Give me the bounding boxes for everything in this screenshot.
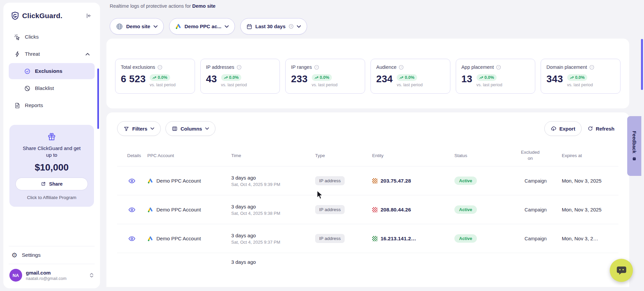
table-header-row: Details PPC Account Time Type Entity Sta… bbox=[117, 136, 618, 166]
help-icon[interactable]: ? bbox=[157, 65, 162, 70]
refresh-button[interactable]: Refresh bbox=[584, 121, 618, 136]
table-toolbar: Filters Columns Expo bbox=[117, 121, 618, 136]
main-content: Realtime logs of protective actions for … bbox=[106, 0, 629, 287]
time-relative: 3 days ago bbox=[231, 259, 312, 265]
export-button[interactable]: Export bbox=[544, 121, 582, 136]
entity-value: 208.80.44.26 bbox=[381, 207, 411, 213]
chevron-up-icon bbox=[85, 53, 90, 56]
sidebar-item-settings[interactable]: ⚙ Settings bbox=[9, 246, 95, 264]
sidebar-item-exclusions[interactable]: Exclusions bbox=[9, 63, 95, 79]
table-row: 3 days ago bbox=[117, 253, 618, 282]
affiliate-link[interactable]: Click to Affiliate Program bbox=[15, 195, 88, 200]
share-icon bbox=[41, 181, 46, 187]
stat-card-domain-placement: Domain placement? 343 0.0% vs. last peri… bbox=[541, 59, 621, 94]
help-icon[interactable]: ? bbox=[589, 65, 594, 70]
stat-label: Audience bbox=[376, 64, 396, 70]
date-range-selector[interactable]: Last 30 days ? bbox=[240, 18, 307, 35]
row-details-button[interactable] bbox=[127, 206, 137, 213]
user-name: gmail.com bbox=[26, 270, 66, 276]
exclusions-icon bbox=[24, 68, 31, 75]
sidebar-scrollbar[interactable] bbox=[97, 68, 99, 129]
ppc-account-name: Demo PPC Account bbox=[156, 178, 201, 184]
col-header-ppc-account: PPC Account bbox=[147, 153, 231, 158]
columns-button[interactable]: Columns bbox=[165, 121, 215, 136]
chevron-updown-icon bbox=[89, 272, 94, 278]
stat-value: 43 bbox=[206, 74, 217, 84]
date-range-label: Last 30 days bbox=[255, 23, 286, 29]
excluded-on-value: Campaign bbox=[518, 178, 562, 184]
exclusions-table-panel: Filters Columns Expo bbox=[106, 112, 629, 287]
chevron-down-icon bbox=[205, 127, 209, 130]
stat-caption: vs. last period bbox=[567, 83, 593, 87]
collapse-sidebar-icon[interactable] bbox=[85, 12, 93, 20]
scrollbar-thumb[interactable] bbox=[641, 39, 643, 90]
share-button[interactable]: Share bbox=[15, 178, 88, 190]
help-icon[interactable]: ? bbox=[496, 65, 501, 70]
funnel-icon bbox=[123, 126, 129, 132]
stat-delta-badge: 0.0% bbox=[477, 74, 497, 81]
google-ads-icon bbox=[147, 207, 153, 213]
stat-delta-badge: 0.0% bbox=[150, 74, 170, 81]
time-absolute: Sat, Oct 4, 2025 9:38 PM bbox=[231, 211, 312, 216]
filters-button[interactable]: Filters bbox=[117, 121, 161, 136]
stat-value: 233 bbox=[291, 74, 307, 84]
promo-headline: Share ClickGuard and get up to bbox=[21, 145, 82, 159]
entity-value: 203.75.47.28 bbox=[381, 178, 411, 184]
eye-icon bbox=[129, 179, 135, 183]
expires-at-value: Mon, Nov 3, 2… bbox=[562, 236, 618, 241]
time-absolute: Sat, Oct 4, 2025 9:37 PM bbox=[231, 240, 312, 245]
row-details-button[interactable] bbox=[127, 177, 137, 185]
eye-icon bbox=[129, 207, 135, 212]
stat-label: Total exclusions bbox=[121, 64, 155, 70]
row-details-button[interactable] bbox=[127, 235, 137, 242]
stat-caption: vs. last period bbox=[477, 83, 502, 87]
sidebar-item-label: Exclusions bbox=[35, 68, 62, 74]
sidebar-item-reports[interactable]: Reports bbox=[9, 97, 95, 113]
stat-caption: vs. last period bbox=[150, 83, 176, 87]
help-icon[interactable]: ? bbox=[399, 65, 404, 70]
excluded-on-value: Campaign bbox=[518, 236, 562, 241]
sidebar-item-threat[interactable]: Threat bbox=[9, 46, 95, 62]
settings-label: Settings bbox=[22, 252, 41, 258]
table-row: Demo PPC Account 3 days agoSat, Oct 4, 2… bbox=[117, 195, 618, 224]
sidebar-item-blacklist[interactable]: Blacklist bbox=[9, 80, 95, 96]
chat-widget-button[interactable] bbox=[610, 259, 633, 282]
reports-icon bbox=[14, 102, 20, 109]
google-ads-icon bbox=[175, 23, 182, 30]
user-menu[interactable]: NA gmail.com naatali.ro@gmail.com bbox=[9, 264, 95, 288]
help-icon[interactable]: ? bbox=[237, 65, 242, 70]
col-header-time: Time bbox=[231, 153, 315, 158]
help-icon[interactable]: ? bbox=[314, 65, 319, 70]
trend-up-icon bbox=[479, 76, 483, 79]
trend-up-icon bbox=[570, 76, 574, 79]
stat-delta-badge: 0.0% bbox=[397, 74, 417, 81]
export-icon bbox=[551, 126, 556, 132]
sidebar-item-clicks[interactable]: Clicks bbox=[9, 29, 95, 45]
stat-value: 343 bbox=[546, 74, 563, 84]
affiliate-promo-card: Share ClickGuard and get up to $10,000 S… bbox=[9, 125, 94, 207]
gear-icon: ⚙ bbox=[11, 252, 17, 258]
site-selector[interactable]: Demo site bbox=[110, 18, 164, 35]
svg-text:?: ? bbox=[498, 66, 500, 69]
stat-caption: vs. last period bbox=[397, 83, 423, 87]
svg-text:?: ? bbox=[238, 66, 240, 69]
user-info: gmail.com naatali.ro@gmail.com bbox=[26, 270, 66, 281]
expires-at-value: Mon, Nov 3, 2025 bbox=[562, 178, 618, 184]
brand: ClickGuard. bbox=[11, 11, 62, 20]
entity-identicon bbox=[372, 207, 378, 212]
sidebar-item-label: Reports bbox=[25, 102, 43, 108]
eye-icon bbox=[129, 236, 135, 241]
page-scrollbar[interactable] bbox=[641, 0, 643, 291]
account-selector[interactable]: Demo PPC ac... bbox=[169, 18, 235, 35]
stat-card-app-placement: App placement? 13 0.0% vs. last period bbox=[456, 59, 536, 94]
chevron-down-icon bbox=[225, 25, 229, 28]
stat-value: 6 523 bbox=[121, 74, 146, 84]
feedback-tab[interactable]: Feedback bbox=[627, 116, 641, 176]
stat-delta-badge: 0.0% bbox=[312, 74, 332, 81]
gift-icon bbox=[15, 132, 88, 142]
trend-up-icon bbox=[314, 76, 318, 79]
stat-delta-badge: 0.0% bbox=[567, 74, 588, 81]
brand-logo-icon bbox=[11, 11, 19, 20]
entity-identicon bbox=[372, 236, 378, 241]
bug-icon bbox=[632, 156, 637, 161]
